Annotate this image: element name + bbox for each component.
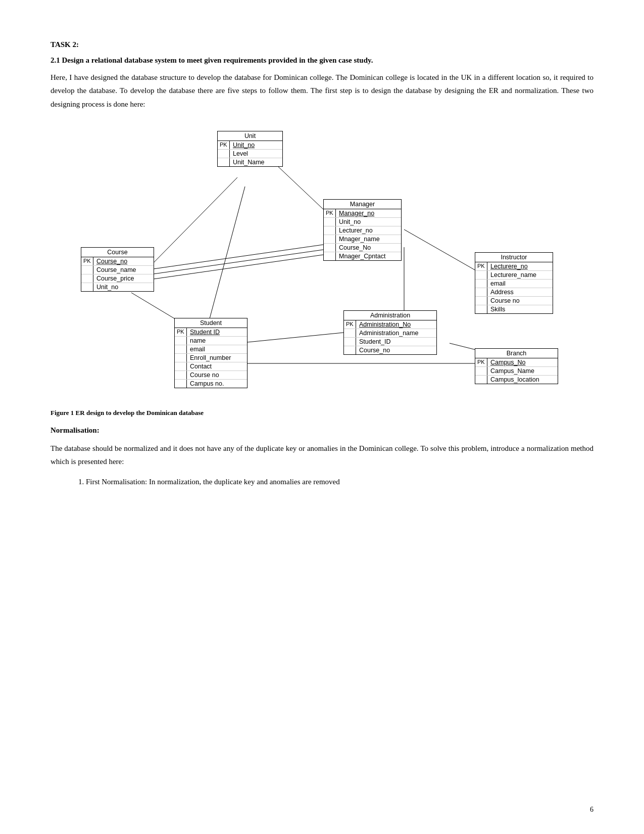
course-table: Course PK Course_no Course_name Course_p… bbox=[81, 247, 154, 292]
page: TASK 2: 2.1 Design a relational database… bbox=[0, 0, 644, 834]
course-table-header: Course bbox=[81, 248, 154, 257]
unit-pk-label: PK bbox=[218, 141, 230, 149]
manager-table-header: Manager bbox=[324, 200, 401, 209]
manager-pk-field: Manager_no bbox=[336, 209, 401, 217]
unit-table-header: Unit bbox=[218, 131, 282, 141]
instructor-pk-field: Lecturere_no bbox=[487, 262, 553, 270]
unit-table: Unit PK Unit_no Level Unit_Name bbox=[217, 131, 283, 167]
course-pk-field: Course_no bbox=[93, 257, 154, 265]
course-pk-label: PK bbox=[81, 257, 93, 265]
manager-field-4: Course_No bbox=[336, 244, 401, 252]
administration-table: Administration PK Administration_No Admi… bbox=[343, 310, 437, 355]
svg-line-3 bbox=[146, 250, 323, 275]
er-diagram: Unit PK Unit_no Level Unit_Name Manager bbox=[51, 121, 593, 404]
section-heading: 2.1 Design a relational database system … bbox=[51, 56, 593, 65]
figure-caption: Figure 1 ER design to develop the Domini… bbox=[51, 409, 593, 417]
student-table-header: Student bbox=[175, 318, 247, 328]
student-field-6: Campus no. bbox=[187, 380, 247, 388]
instructor-table-header: Instructor bbox=[475, 253, 553, 262]
branch-field-2: Campus_location bbox=[487, 376, 558, 384]
administration-field-3: Course_no bbox=[356, 346, 436, 354]
svg-line-11 bbox=[207, 187, 245, 328]
er-diagram-container: Unit PK Unit_no Level Unit_Name Manager bbox=[51, 121, 593, 404]
svg-line-0 bbox=[278, 166, 323, 209]
list-item-1: First Normalisation: In normalization, t… bbox=[86, 475, 593, 488]
student-table: Student PK Student ID name email Enroll_… bbox=[174, 318, 247, 388]
branch-pk-label: PK bbox=[475, 358, 487, 366]
student-field-5: Course no bbox=[187, 371, 247, 379]
student-pk-label: PK bbox=[175, 328, 187, 336]
instructor-field-4: Course no bbox=[487, 297, 553, 305]
manager-field-2: Lecturer_no bbox=[336, 226, 401, 235]
manager-field-3: Mnager_name bbox=[336, 235, 401, 243]
student-pk-field: Student ID bbox=[187, 328, 247, 336]
svg-line-2 bbox=[146, 245, 323, 270]
administration-pk-field: Administration_No bbox=[356, 320, 436, 329]
svg-line-5 bbox=[404, 229, 475, 270]
instructor-field-5: Skills bbox=[487, 305, 553, 313]
student-field-4: Contact bbox=[187, 362, 247, 370]
course-field-3: Unit_no bbox=[93, 283, 154, 291]
task-heading: TASK 2: bbox=[51, 40, 593, 49]
manager-table: Manager PK Manager_no Unit_no Lecturer_n… bbox=[323, 199, 402, 261]
branch-pk-field: Campus_No bbox=[487, 358, 558, 366]
unit-field-1: Level bbox=[230, 150, 282, 158]
unit-pk-field: Unit_no bbox=[230, 141, 282, 149]
branch-table: Branch PK Campus_No Campus_Name Campus_l… bbox=[475, 348, 558, 384]
page-number: 6 bbox=[590, 806, 593, 814]
administration-pk-label: PK bbox=[344, 320, 356, 329]
svg-line-1 bbox=[146, 177, 237, 270]
administration-field-2: Student_ID bbox=[356, 338, 436, 346]
normalisation-heading: Normalisation: bbox=[51, 426, 593, 435]
unit-field-2: Unit_Name bbox=[230, 158, 282, 166]
manager-pk-label: PK bbox=[324, 209, 336, 217]
manager-field-5: Mnager_Cpntact bbox=[336, 252, 401, 260]
instructor-table: Instructor PK Lecturere_no Lecturere_nam… bbox=[475, 252, 553, 314]
student-field-2: email bbox=[187, 345, 247, 353]
svg-line-4 bbox=[146, 255, 323, 280]
branch-field-1: Campus_Name bbox=[487, 367, 558, 375]
instructor-field-3: Address bbox=[487, 288, 553, 296]
body-text-1: Here, I have designed the database struc… bbox=[51, 71, 593, 111]
administration-field-1: Administration_name bbox=[356, 329, 436, 337]
instructor-field-1: Lecturere_name bbox=[487, 271, 553, 279]
normalisation-body: The database should be normalized and it… bbox=[51, 442, 593, 469]
normalisation-list: First Normalisation: In normalization, t… bbox=[71, 475, 593, 488]
student-field-3: Enroll_number bbox=[187, 354, 247, 362]
instructor-field-2: email bbox=[487, 280, 553, 288]
manager-field-1: Unit_no bbox=[336, 218, 401, 226]
student-field-1: name bbox=[187, 337, 247, 345]
branch-table-header: Branch bbox=[475, 349, 558, 358]
instructor-pk-label: PK bbox=[475, 262, 487, 270]
course-field-1: Course_name bbox=[93, 266, 154, 274]
course-field-2: Course_price bbox=[93, 274, 154, 283]
administration-table-header: Administration bbox=[344, 311, 436, 320]
